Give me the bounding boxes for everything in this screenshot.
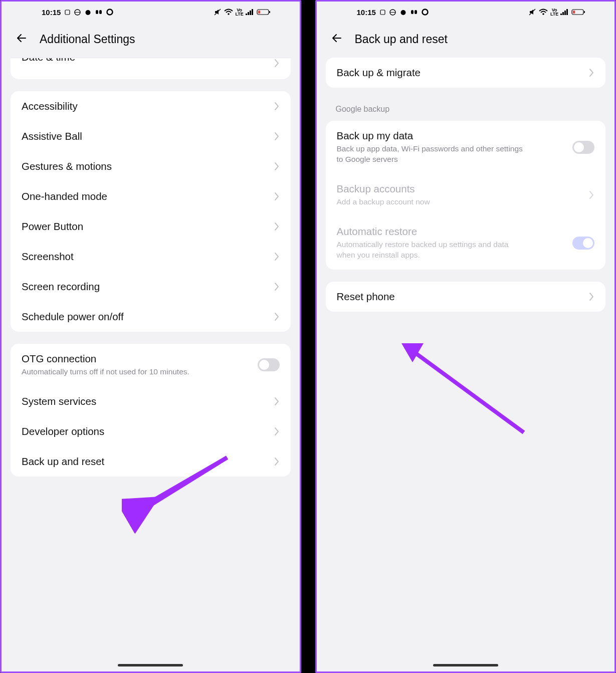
backup-data-toggle[interactable]	[572, 141, 594, 154]
chevron-right-icon	[274, 191, 280, 201]
svg-rect-10	[248, 12, 249, 15]
status-time: 10:15	[357, 8, 376, 17]
svg-rect-17	[380, 10, 385, 15]
row-label: Automatic restore	[337, 226, 573, 238]
header: Back up and reset	[317, 23, 615, 58]
svg-rect-31	[573, 11, 575, 14]
svg-rect-28	[564, 11, 566, 15]
card-icon	[380, 10, 385, 15]
card-icon	[65, 10, 70, 15]
row-one-handed-mode[interactable]: One-handed mode	[11, 181, 291, 211]
reddit-icon	[85, 9, 91, 16]
row-label: Accessibility	[22, 100, 269, 112]
row-backup-accounts[interactable]: Backup accounts Add a backup account now	[326, 174, 606, 216]
row-system-services[interactable]: System services	[11, 386, 291, 416]
globe-icon	[389, 9, 396, 16]
phone-left: 10:15 Vo LTE Additional Settings Date & …	[0, 0, 301, 673]
mute-icon	[528, 8, 536, 16]
row-assistive-ball[interactable]: Assistive Ball	[11, 121, 291, 151]
row-label: Back up and reset	[22, 456, 269, 468]
circle-icon	[106, 9, 113, 16]
svg-rect-4	[96, 10, 98, 14]
row-screen-recording[interactable]: Screen recording	[11, 272, 291, 302]
page-title: Back up and reset	[355, 33, 448, 46]
row-label: Developer options	[22, 425, 269, 437]
row-sub: Automatically turns off if not used for …	[22, 367, 212, 377]
row-accessibility[interactable]: Accessibility	[11, 91, 291, 121]
row-automatic-restore[interactable]: Automatic restore Automatically restore …	[326, 216, 606, 270]
status-bar: 10:15 Vo LTE	[317, 2, 615, 23]
row-screenshot[interactable]: Screenshot	[11, 242, 291, 272]
row-label: Back up & migrate	[337, 67, 584, 79]
page-title: Additional Settings	[40, 33, 135, 46]
row-label: Schedule power on/off	[22, 311, 269, 323]
row-label: Date & time	[22, 58, 269, 63]
svg-rect-11	[250, 11, 251, 15]
chevron-right-icon	[274, 396, 280, 406]
svg-point-23	[422, 10, 428, 15]
chevron-right-icon	[274, 58, 280, 68]
row-label: Assistive Ball	[22, 130, 269, 142]
chevron-right-icon	[274, 161, 280, 171]
auto-restore-toggle[interactable]	[572, 237, 594, 250]
row-label: OTG connection	[22, 353, 258, 365]
card-backup-migrate: Back up & migrate	[326, 58, 606, 88]
row-developer-options[interactable]: Developer options	[11, 416, 291, 446]
header: Additional Settings	[2, 23, 300, 58]
nav-pill[interactable]	[433, 664, 498, 666]
signal-icon	[560, 9, 569, 16]
svg-rect-5	[99, 10, 102, 14]
annotation-arrow	[398, 332, 529, 442]
svg-point-3	[86, 10, 91, 15]
battery-icon	[257, 9, 271, 16]
wifi-icon	[224, 9, 233, 16]
row-label: Screenshot	[22, 251, 269, 263]
row-label: One-handed mode	[22, 190, 269, 202]
svg-point-20	[400, 10, 405, 15]
chevron-right-icon	[274, 131, 280, 141]
row-otg-connection[interactable]: OTG connection Automatically turns off i…	[11, 344, 291, 386]
card-group2: OTG connection Automatically turns off i…	[11, 344, 291, 477]
volte-icon: Vo LTE	[550, 8, 557, 16]
row-backup-migrate[interactable]: Back up & migrate	[326, 58, 606, 88]
row-label: Gestures & motions	[22, 160, 269, 172]
back-icon[interactable]	[16, 32, 29, 47]
row-backup-my-data[interactable]: Back up my data Back up app data, Wi-Fi …	[326, 121, 606, 174]
svg-rect-12	[252, 9, 253, 15]
svg-rect-27	[562, 12, 564, 15]
otg-toggle[interactable]	[258, 358, 280, 371]
chevron-right-icon	[274, 457, 280, 467]
reddit-icon	[400, 9, 406, 16]
nav-pill[interactable]	[118, 664, 183, 666]
pill-icon	[410, 9, 418, 16]
chevron-right-icon	[274, 426, 280, 436]
row-reset-phone[interactable]: Reset phone	[326, 282, 606, 312]
wifi-icon	[539, 9, 548, 16]
svg-rect-22	[415, 10, 417, 14]
status-bar: 10:15 Vo LTE	[2, 2, 300, 23]
svg-rect-21	[411, 10, 414, 14]
row-date-time[interactable]: Date & time	[11, 58, 291, 79]
row-label: Screen recording	[22, 281, 269, 293]
row-sub: Add a backup account now	[337, 197, 527, 207]
chevron-right-icon	[588, 68, 594, 78]
chevron-right-icon	[588, 292, 594, 302]
battery-icon	[571, 9, 585, 16]
row-power-button[interactable]: Power Button	[11, 211, 291, 242]
row-gestures-motions[interactable]: Gestures & motions	[11, 151, 291, 181]
status-time: 10:15	[42, 8, 61, 17]
row-schedule-power[interactable]: Schedule power on/off	[11, 302, 291, 332]
back-icon[interactable]	[331, 32, 344, 47]
row-label: System services	[22, 395, 269, 407]
chevron-right-icon	[274, 101, 280, 111]
row-sub: Automatically restore backed up settings…	[337, 240, 527, 261]
svg-rect-32	[584, 11, 585, 13]
row-sub: Back up app data, Wi-Fi passwords and ot…	[337, 144, 527, 165]
row-label: Back up my data	[337, 130, 573, 142]
svg-rect-26	[560, 14, 562, 15]
card-group1: Accessibility Assistive Ball Gestures & …	[11, 91, 291, 332]
row-backup-reset[interactable]: Back up and reset	[11, 446, 291, 477]
mute-icon	[214, 8, 222, 16]
row-label: Power Button	[22, 220, 269, 233]
card-google-backup: Back up my data Back up app data, Wi-Fi …	[326, 121, 606, 270]
